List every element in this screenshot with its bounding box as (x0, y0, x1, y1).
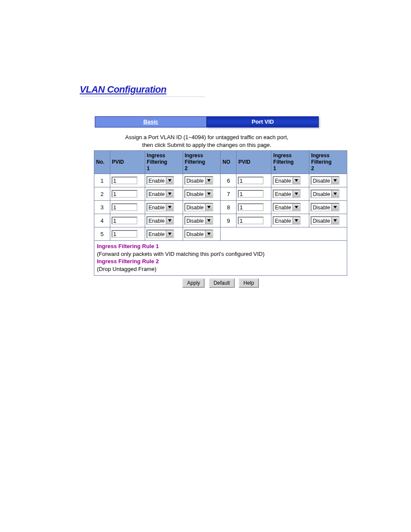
tab-row: Basic Port VID (95, 116, 319, 128)
svg-marker-5 (207, 193, 211, 195)
chevron-down-icon (293, 177, 300, 184)
chevron-down-icon (166, 217, 173, 224)
svg-marker-6 (295, 193, 298, 195)
pvid-input[interactable] (112, 217, 137, 224)
chevron-down-icon (205, 230, 212, 237)
chevron-down-icon (331, 217, 339, 224)
pvid-input[interactable] (238, 177, 264, 184)
pvid-input[interactable] (112, 203, 137, 211)
chevron-down-icon (331, 190, 339, 197)
rule2-header: Ingress Filtering Rule 2 (97, 258, 159, 264)
ingress-filter2-select[interactable]: Disable (311, 216, 339, 225)
svg-marker-0 (168, 179, 171, 182)
svg-marker-13 (207, 219, 211, 222)
ingress-filter1-select[interactable]: Enable (273, 176, 300, 185)
col-if2: IngressFiltering2 (183, 151, 221, 174)
col-no-b: NO (221, 151, 237, 174)
pvid-input[interactable] (238, 190, 264, 198)
rule1-desc: (Forward only packets with VID matching … (97, 251, 265, 257)
intro-text: Assign a Port VLAN ID (1~4094) for untag… (95, 134, 319, 149)
chevron-down-icon (166, 204, 173, 211)
port-no: 4 (94, 214, 110, 227)
ingress-filter1-select[interactable]: Enable (146, 190, 174, 198)
ingress-filter1-select[interactable]: Enable (146, 216, 174, 225)
svg-marker-15 (333, 219, 337, 222)
page-title: VLAN Configuration (80, 84, 205, 97)
ingress-filter2-select[interactable]: Disable (184, 176, 213, 185)
table-row: 5 Enable Disable (94, 227, 347, 241)
chevron-down-icon (166, 190, 173, 197)
tab-basic[interactable]: Basic (95, 116, 207, 128)
col-no: No. (94, 151, 110, 174)
chevron-down-icon (205, 204, 212, 211)
port-no: 3 (94, 201, 110, 214)
svg-marker-11 (333, 206, 337, 208)
ingress-filter2-select[interactable]: Disable (184, 190, 213, 198)
intro-line-2: then click Submit to apply the changes o… (142, 142, 271, 148)
ingress-filter1-select[interactable]: Enable (146, 176, 174, 185)
chevron-down-icon (331, 177, 339, 184)
svg-marker-4 (168, 193, 171, 195)
intro-line-1: Assign a Port VLAN ID (1~4094) for untag… (125, 134, 289, 140)
svg-marker-7 (333, 193, 337, 195)
svg-marker-16 (168, 233, 171, 235)
svg-marker-14 (295, 219, 298, 222)
ingress-filter2-select[interactable]: Disable (184, 216, 213, 225)
svg-marker-10 (295, 206, 298, 208)
pvid-input[interactable] (112, 190, 137, 198)
table-row: 1 Enable Disable 6 Enable Disable (94, 174, 347, 187)
svg-marker-3 (333, 179, 337, 182)
port-vid-table: No. PVID IngressFiltering1 IngressFilter… (94, 150, 347, 241)
table-row: 4 Enable Disable 9 Enable Disable (94, 214, 347, 227)
svg-marker-12 (168, 219, 171, 222)
chevron-down-icon (205, 177, 212, 184)
chevron-down-icon (205, 217, 212, 224)
col-pvid-b: PVID (237, 151, 271, 174)
chevron-down-icon (331, 204, 339, 211)
port-no: 8 (221, 201, 237, 214)
svg-marker-9 (207, 206, 211, 208)
col-pvid: PVID (110, 151, 145, 174)
ingress-filter2-select[interactable]: Disable (184, 230, 213, 238)
svg-marker-1 (207, 179, 211, 182)
ingress-filter1-select[interactable]: Enable (146, 230, 174, 238)
port-no: 6 (221, 174, 237, 187)
pvid-input[interactable] (112, 177, 137, 184)
default-button[interactable]: Default (209, 278, 235, 288)
col-if1: IngressFiltering1 (145, 151, 183, 174)
chevron-down-icon (293, 204, 300, 211)
chevron-down-icon (205, 190, 212, 197)
apply-button[interactable]: Apply (182, 278, 205, 288)
empty-cell (221, 227, 347, 241)
svg-marker-17 (207, 233, 211, 235)
help-button[interactable]: Help (239, 278, 259, 288)
ingress-filter1-select[interactable]: Enable (146, 203, 174, 212)
rule1-header: Ingress Filtering Rule 1 (97, 243, 159, 249)
ingress-filter2-select[interactable]: Disable (311, 203, 339, 212)
chevron-down-icon (293, 217, 300, 224)
pvid-input[interactable] (238, 203, 264, 211)
tab-port-vid[interactable]: Port VID (207, 116, 319, 128)
port-no: 2 (94, 187, 110, 201)
port-no: 7 (221, 187, 237, 201)
ingress-filter2-select[interactable]: Disable (311, 190, 339, 198)
svg-marker-2 (295, 179, 298, 182)
chevron-down-icon (166, 230, 173, 237)
ingress-filter1-select[interactable]: Enable (273, 190, 300, 198)
chevron-down-icon (293, 190, 300, 197)
ingress-filter2-select[interactable]: Disable (184, 203, 213, 212)
table-row: 3 Enable Disable 8 Enable Disable (94, 201, 347, 214)
table-row: 2 Enable Disable 7 Enable Disable (94, 187, 347, 201)
chevron-down-icon (166, 177, 173, 184)
ingress-filter1-select[interactable]: Enable (273, 216, 300, 225)
port-no: 9 (221, 214, 237, 227)
col-if1-b: IngressFiltering1 (271, 151, 309, 174)
pvid-input[interactable] (112, 230, 137, 238)
port-no: 5 (94, 227, 110, 241)
button-row: Apply Default Help (94, 278, 347, 288)
rule2-desc: (Drop Untagged Frame) (97, 266, 156, 272)
pvid-input[interactable] (238, 217, 264, 224)
port-no: 1 (94, 174, 110, 187)
ingress-filter2-select[interactable]: Disable (311, 176, 339, 185)
ingress-filter1-select[interactable]: Enable (273, 203, 300, 212)
